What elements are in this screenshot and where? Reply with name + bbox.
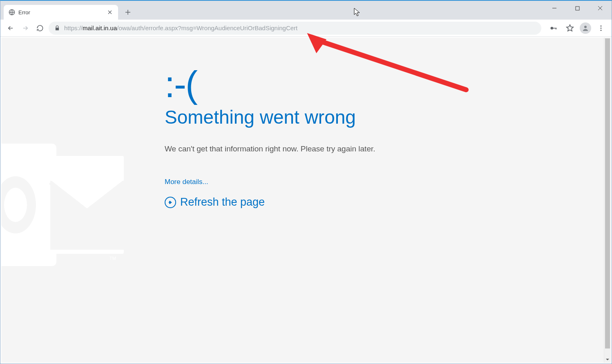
- browser-tab[interactable]: Error: [4, 5, 118, 20]
- svg-point-8: [601, 29, 602, 31]
- svg-point-6: [601, 25, 602, 27]
- back-button[interactable]: [4, 22, 17, 34]
- error-message: We can't get that information right now.…: [165, 144, 451, 153]
- more-details-link[interactable]: More details...: [165, 178, 451, 186]
- svg-rect-1: [576, 7, 579, 10]
- svg-point-5: [584, 26, 587, 28]
- forward-button[interactable]: [19, 22, 31, 34]
- address-bar[interactable]: https://mail.ait.in.ua/owa/auth/errorfe.…: [49, 22, 541, 35]
- url-text: https://mail.ait.in.ua/owa/auth/errorfe.…: [64, 24, 297, 31]
- refresh-arrow-icon: [165, 197, 176, 208]
- svg-point-12: [4, 188, 27, 222]
- bookmark-star-icon[interactable]: [563, 22, 576, 35]
- outlook-logo-icon: TM: [1, 127, 134, 282]
- lock-icon: [54, 25, 60, 31]
- svg-point-7: [601, 27, 602, 29]
- browser-toolbar: https://mail.ait.in.ua/owa/auth/errorfe.…: [0, 20, 612, 37]
- error-heading: Something went wrong: [165, 106, 451, 128]
- refresh-page-label: Refresh the page: [180, 196, 265, 209]
- vertical-scrollbar[interactable]: [604, 38, 611, 363]
- browser-menu-icon[interactable]: [594, 22, 608, 35]
- page-viewport: TM :-( Something went wrong We can't get…: [1, 38, 611, 363]
- tab-title: Error: [18, 9, 103, 16]
- svg-text:TM: TM: [109, 256, 116, 261]
- close-tab-icon[interactable]: [107, 9, 113, 16]
- scroll-down-button[interactable]: [604, 356, 611, 363]
- maximize-button[interactable]: [566, 1, 589, 16]
- tab-strip: Error: [0, 1, 612, 20]
- svg-rect-4: [556, 28, 556, 29]
- close-window-button[interactable]: [589, 1, 612, 16]
- globe-icon: [9, 9, 15, 16]
- new-tab-button[interactable]: [122, 7, 134, 18]
- window-controls: [543, 1, 612, 16]
- svg-point-2: [551, 27, 554, 29]
- refresh-page-link[interactable]: Refresh the page: [165, 196, 451, 209]
- sad-face-emoticon: :-(: [165, 66, 451, 103]
- saved-password-key-icon[interactable]: [547, 22, 560, 35]
- minimize-button[interactable]: [543, 1, 566, 16]
- profile-avatar[interactable]: [580, 22, 591, 34]
- reload-button[interactable]: [34, 22, 46, 34]
- scrollbar-thumb[interactable]: [605, 38, 610, 348]
